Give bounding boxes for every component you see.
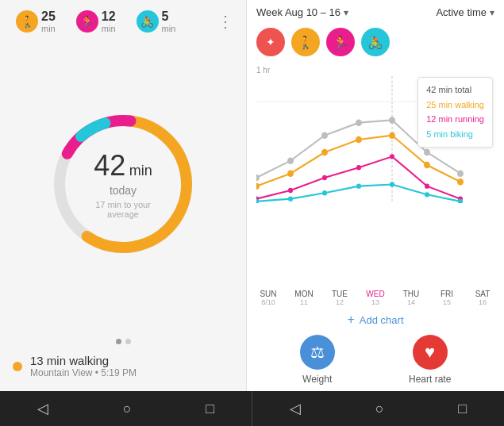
heart-rate-icon: ♥ [425,342,435,363]
right-back-button[interactable]: ◁ [280,395,310,422]
walking-filter-icon: 🚶 [298,35,314,50]
donut-center-text: 42 min today 17 min to your average [83,149,163,219]
svg-point-18 [424,162,430,169]
donut-container: 42 min today 17 min to your average [0,35,246,332]
left-recents-button[interactable]: □ [196,396,224,422]
x-label-fri: FRI 15 [435,290,459,306]
running-min-label: min [102,24,116,33]
walking-filter-button[interactable]: 🚶 [291,28,320,56]
left-back-button[interactable]: ◁ [28,395,58,422]
add-chart-button[interactable]: + Add chart [247,306,504,332]
chart-tooltip: 42 min total 25 min walking 12 min runni… [417,77,493,148]
svg-point-30 [356,183,361,188]
svg-point-8 [321,132,328,139]
biking-filter-icon: 🚴 [367,35,383,50]
svg-point-9 [356,119,362,126]
svg-point-21 [288,188,293,193]
running-filter-icon: 🏃 [333,35,348,50]
running-icon: 🏃 [76,10,98,33]
svg-point-6 [256,175,260,182]
tooltip-total: 42 min total [426,83,484,98]
running-filter-button[interactable]: 🏃 [326,28,355,56]
week-selector[interactable]: Week Aug 10 – 16 ▾ [256,6,348,18]
svg-point-19 [457,178,464,186]
donut-today: today [83,184,163,197]
biking-icon: 🚴 [137,10,159,33]
active-time-chevron-icon: ▾ [490,7,494,18]
donut-chart: 42 min today 17 min to your average [44,105,202,263]
svg-point-22 [322,175,327,180]
svg-point-11 [424,149,430,156]
svg-point-14 [287,170,294,177]
x-label-sat: SAT 16 [471,290,494,306]
svg-point-28 [288,196,293,201]
week-text: Week Aug 10 – 16 [256,6,340,18]
running-pill[interactable]: 🏃 12 min [70,6,122,36]
active-time-text: Active time [436,6,487,18]
svg-point-24 [390,154,394,159]
svg-point-7 [287,157,294,164]
heart-rate-icon-circle: ♥ [413,335,448,370]
donut-minutes: 42 [94,149,125,182]
heart-rate-label: Heart rate [409,374,451,385]
running-mins: 12 [102,10,116,24]
weight-icon-circle: ⚖ [300,335,335,370]
right-home-button[interactable]: ○ [366,396,394,422]
walk-subtitle: Mountain View • 5:19 PM [30,367,137,378]
svg-point-16 [356,136,362,144]
right-top-bar: Week Aug 10 – 16 ▾ Active time ▾ [247,0,504,25]
right-nav: ◁ ○ □ [252,391,504,426]
x-label-wed: WED 13 [364,290,387,306]
walking-mins: 25 [41,10,56,24]
more-menu-icon[interactable]: ⋮ [214,9,237,34]
biking-filter-button[interactable]: 🚴 [361,28,390,56]
add-chart-label: Add chart [360,314,404,326]
svg-point-12 [457,170,464,177]
dot-2 [125,339,131,344]
donut-avg: 17 min to your average [83,200,163,219]
walking-pill[interactable]: 🚶 25 min [10,6,62,36]
bottom-nav: ◁ ○ □ ◁ ○ □ [0,391,504,426]
chart-area: 1 hr [247,63,504,288]
active-time-selector[interactable]: Active time ▾ [436,6,494,18]
tooltip-walking: 25 min walking [426,98,484,113]
svg-point-29 [322,190,327,195]
weight-label: Weight [302,374,332,385]
dot-1 [116,339,121,344]
left-nav: ◁ ○ □ [0,391,252,426]
week-chevron-icon: ▾ [344,7,348,18]
svg-point-23 [356,165,361,170]
x-label-tue: TUE 12 [328,290,352,306]
svg-point-13 [256,182,260,190]
y-axis-label: 1 hr [256,66,494,75]
walk-title: 13 min walking [30,354,137,367]
svg-point-32 [425,192,429,197]
all-activities-icon: ✦ [266,36,275,48]
svg-point-15 [321,149,328,156]
tooltip-running: 12 min running [426,112,484,127]
heart-rate-metric[interactable]: ♥ Heart rate [409,335,451,385]
walking-info[interactable]: 13 min walking Mountain View • 5:19 PM [0,344,246,391]
x-label-sun: SUN 8/10 [256,290,280,306]
biking-min-label: min [162,24,176,33]
walk-dot [13,362,22,371]
svg-point-31 [390,182,394,186]
dot-indicators [0,339,246,344]
right-recents-button[interactable]: □ [448,396,476,422]
weight-metric[interactable]: ⚖ Weight [300,335,335,385]
plus-icon: + [348,313,355,327]
tooltip-biking: 5 min biking [426,127,484,142]
activity-icons-row: ✦ 🚶 🏃 🚴 [247,25,504,63]
biking-pill[interactable]: 🚴 5 min [130,6,183,36]
svg-point-17 [389,132,395,139]
x-label-mon: MON 11 [292,290,316,306]
left-panel: 🚶 25 min 🏃 12 min 🚴 5 min [0,0,246,391]
all-activities-button[interactable]: ✦ [256,28,285,56]
left-home-button[interactable]: ○ [113,396,141,422]
bottom-metrics: ⚖ Weight ♥ Heart rate [247,332,504,391]
x-label-thu: THU 14 [399,290,423,306]
donut-unit: min [129,163,152,178]
chart-x-labels: SUN 8/10 MON 11 TUE 12 WED 13 THU 14 FRI… [247,288,504,306]
walking-min-label: min [41,24,56,33]
walking-icon: 🚶 [16,10,38,33]
